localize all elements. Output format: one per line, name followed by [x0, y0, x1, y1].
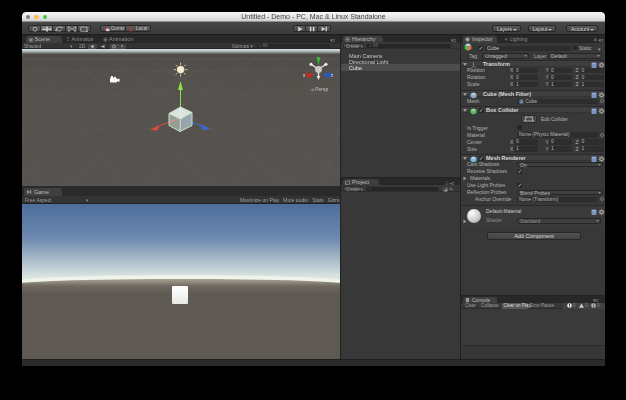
- svg-text:◅ Persp: ◅ Persp: [310, 86, 329, 92]
- svg-text:z: z: [331, 73, 334, 78]
- svg-text:x: x: [303, 73, 306, 78]
